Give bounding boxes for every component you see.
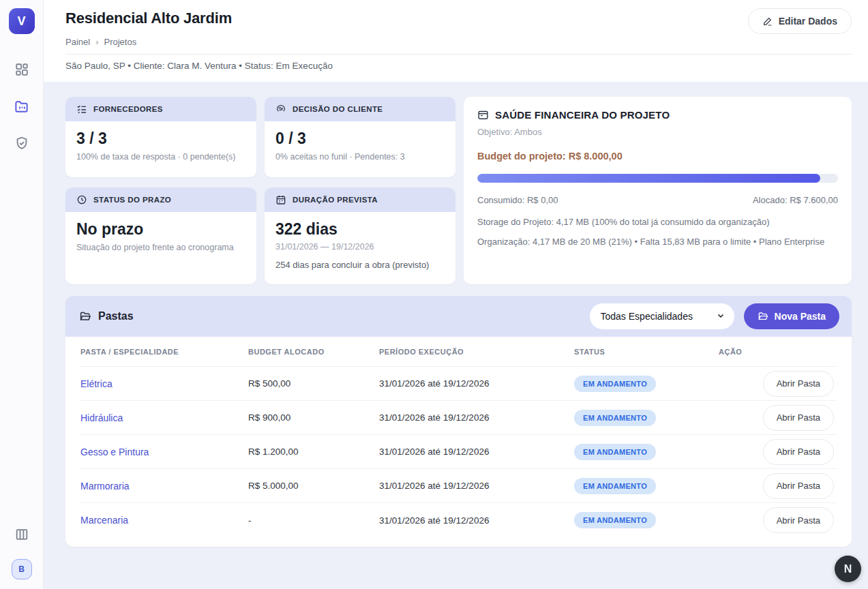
edit-data-label: Editar Dados [779, 16, 837, 27]
decisao-value: 0 / 3 [275, 130, 445, 148]
row-period: 31/01/2026 até 19/12/2026 [379, 481, 574, 491]
card-status-prazo-title: STATUS DO PRAZO [93, 196, 171, 204]
folders-title: Pastas [98, 310, 134, 322]
handshake-icon [275, 104, 286, 115]
status-badge: EM ANDAMENTO [574, 444, 656, 460]
card-fornecedores-body: 3 / 3 100% de taxa de resposta · 0 pende… [65, 121, 256, 170]
financial-title-row: SAÚDE FINANCEIRA DO PROJETO [477, 109, 838, 121]
status-badge: EM ANDAMENTO [574, 376, 656, 392]
card-status-prazo-body: No prazo Situação do projeto frente ao c… [65, 212, 256, 260]
project-meta: São Paulo, SP • Cliente: Clara M. Ventur… [65, 61, 852, 71]
open-folder-button[interactable]: Abrir Pasta [763, 507, 834, 533]
folders-header: Pastas Todas Especialidades [65, 296, 852, 337]
user-avatar[interactable]: B [12, 559, 32, 579]
col-pasta: PASTA / ESPECIALIDADE [80, 348, 248, 356]
stats-grid: FORNECEDORES 3 / 3 100% de taxa de respo… [65, 97, 455, 284]
card-fornecedores-header: FORNECEDORES [65, 97, 256, 121]
specialty-select-wrap: Todas Especialidades [590, 303, 734, 329]
row-period: 31/01/2026 até 19/12/2026 [379, 412, 574, 423]
financial-objective: Objetivo: Ambos [477, 127, 838, 137]
table-row: Marmoraria R$ 5.000,00 31/01/2026 até 19… [80, 469, 837, 503]
breadcrumb-painel[interactable]: Painel [65, 37, 90, 47]
row-budget: R$ 900,00 [248, 412, 379, 423]
financial-amounts-row: Consumido: R$ 0,00 Alocado: R$ 7.600,00 [477, 195, 838, 205]
app-logo[interactable]: V [9, 8, 35, 34]
breadcrumb: Painel › Projetos [65, 37, 852, 47]
financial-storage: Storage do Projeto: 4,17 MB (100% do tot… [477, 217, 838, 227]
status-prazo-value: No prazo [76, 220, 245, 239]
row-budget: R$ 5.000,00 [248, 481, 379, 491]
financial-allocated: Alocado: R$ 7.600,00 [753, 195, 838, 205]
table-row: Elétrica R$ 500,00 31/01/2026 até 19/12/… [80, 367, 837, 401]
decisao-description: 0% aceitas no funil · Pendentes: 3 [275, 152, 445, 162]
checklist-icon [76, 104, 87, 115]
specialty-filter-select[interactable]: Todas Especialidades [590, 303, 734, 329]
new-folder-icon [758, 311, 768, 322]
folder-link-hidraulica[interactable]: Hidráulica [80, 412, 248, 423]
status-badge: EM ANDAMENTO [574, 478, 656, 494]
card-duracao-body: 322 dias 31/01/2026 — 19/12/2026 254 dia… [265, 212, 455, 278]
col-periodo: PERÍODO EXECUÇÃO [379, 348, 574, 356]
table-row: Gesso e Pintura R$ 1.200,00 31/01/2026 a… [80, 435, 837, 469]
card-decisao-body: 0 / 3 0% aceitas no funil · Pendentes: 3 [265, 121, 455, 170]
open-folder-button[interactable]: Abrir Pasta [763, 439, 834, 465]
status-prazo-description: Situação do projeto frente ao cronograma [76, 243, 245, 252]
row-period: 31/01/2026 até 19/12/2026 [379, 378, 574, 389]
new-folder-button[interactable]: Nova Pasta [744, 303, 839, 329]
table-row: Hidráulica R$ 900,00 31/01/2026 até 19/1… [80, 401, 837, 435]
card-fornecedores: FORNECEDORES 3 / 3 100% de taxa de respo… [65, 97, 256, 177]
open-folder-button[interactable]: Abrir Pasta [763, 371, 834, 397]
folder-link-gesso-pintura[interactable]: Gesso e Pintura [80, 447, 248, 457]
card-decisao-cliente: DECISÃO DO CLIENTE 0 / 3 0% aceitas no f… [265, 97, 455, 177]
status-badge: EM ANDAMENTO [574, 512, 656, 528]
wallet-icon [477, 109, 489, 121]
card-fornecedores-title: FORNECEDORES [93, 105, 163, 113]
folders-title-row: Pastas [79, 310, 134, 322]
projects-folder-icon[interactable] [14, 98, 30, 115]
status-badge: EM ANDAMENTO [574, 410, 656, 426]
fornecedores-value: 3 / 3 [76, 130, 245, 148]
floating-action-button[interactable]: N [835, 556, 861, 582]
header-divider [65, 54, 852, 55]
row-period: 31/01/2026 até 19/12/2026 [379, 515, 574, 526]
folder-link-eletrica[interactable]: Elétrica [80, 378, 248, 389]
open-folder-button[interactable]: Abrir Pasta [763, 473, 834, 499]
top-grid: FORNECEDORES 3 / 3 100% de taxa de respo… [65, 97, 852, 284]
col-status: STATUS [574, 348, 719, 356]
folders-actions: Todas Especialidades [590, 303, 839, 329]
clock-icon [76, 194, 87, 205]
fab-letter: N [844, 563, 852, 575]
duracao-date-range: 31/01/2026 — 19/12/2026 [275, 242, 445, 252]
row-period: 31/01/2026 até 19/12/2026 [379, 447, 574, 457]
open-folder-button[interactable]: Abrir Pasta [763, 405, 834, 431]
financial-organization: Organização: 4,17 MB de 20 MB (21%) • Fa… [477, 237, 838, 247]
page-title: Residencial Alto Jardim [65, 10, 852, 27]
folder-link-marmoraria[interactable]: Marmoraria [80, 481, 248, 492]
folders-section: Pastas Todas Especialidades [65, 296, 852, 547]
duracao-description: 254 dias para concluir a obra (previsto) [275, 260, 445, 270]
logo-letter: V [17, 14, 25, 29]
sidebar-nav [14, 61, 30, 151]
col-acao: AÇÃO [719, 348, 837, 356]
main-area: Residencial Alto Jardim Painel › Projeto… [44, 0, 868, 589]
duracao-value: 322 dias [275, 220, 445, 239]
columns-view-icon[interactable] [14, 526, 30, 543]
budget-progress-track [477, 174, 838, 183]
financial-title: SAÚDE FINANCEIRA DO PROJETO [495, 109, 670, 121]
table-row: Marcenaria - 31/01/2026 até 19/12/2026 E… [80, 503, 837, 537]
card-status-prazo: STATUS DO PRAZO No prazo Situação do pro… [65, 187, 256, 284]
row-budget: - [248, 515, 379, 526]
card-decisao-title: DECISÃO DO CLIENTE [293, 105, 383, 113]
dashboard-icon[interactable] [14, 61, 30, 78]
row-budget: R$ 1.200,00 [248, 447, 379, 457]
folder-open-icon [79, 310, 91, 322]
budget-progress-fill [477, 174, 820, 183]
edit-data-button[interactable]: Editar Dados [748, 8, 852, 34]
breadcrumb-projetos[interactable]: Projetos [104, 37, 136, 47]
folders-table: PASTA / ESPECIALIDADE BUDGET ALOCADO PER… [65, 337, 852, 547]
card-duracao-title: DURAÇÃO PREVISTA [293, 196, 378, 204]
shield-check-icon[interactable] [14, 135, 30, 151]
folder-link-marcenaria[interactable]: Marcenaria [80, 515, 248, 526]
fornecedores-description: 100% de taxa de resposta · 0 pendente(s) [76, 152, 245, 162]
calendar-icon [275, 194, 286, 205]
